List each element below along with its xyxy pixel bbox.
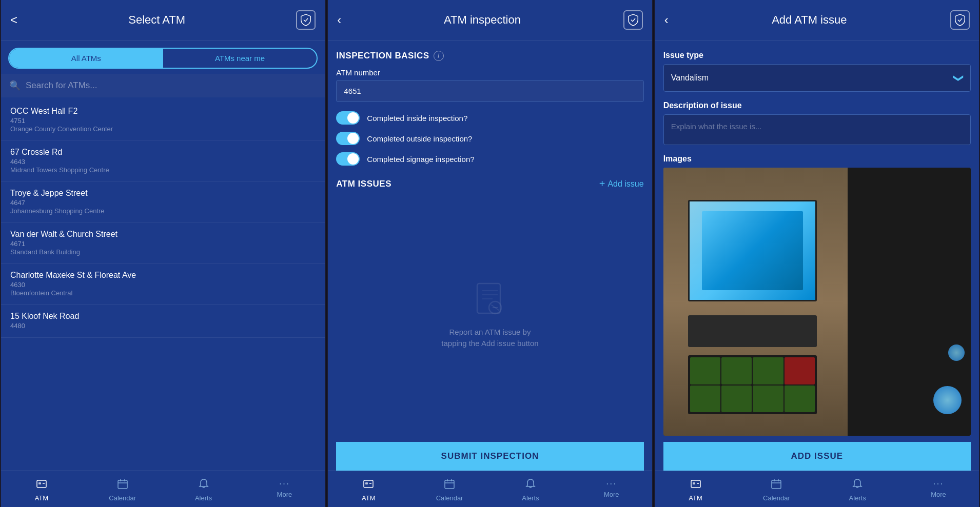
atm-name: 67 Crossle Rd [10,148,316,157]
add-issue-label: Add issue [607,179,643,189]
atm-nav-icon [690,478,701,493]
svg-rect-23 [772,480,781,489]
issue-type-value: Vandalism [671,73,709,83]
svg-rect-14 [365,482,368,484]
screen3-bottom-nav: ATM Calendar Alerts ·· [655,471,979,507]
nav-item-calendar[interactable]: Calendar [736,475,817,505]
tab-all-atms[interactable]: All ATMs [9,49,163,68]
atm-location: Midrand Towers Shopping Centre [10,166,316,174]
atm-image-bg [663,168,971,436]
toggle-outside-switch[interactable] [336,132,360,145]
svg-rect-21 [693,482,695,484]
info-icon[interactable]: i [434,51,444,61]
screen2-title: ATM inspection [341,13,623,27]
svg-rect-3 [118,480,127,489]
atm-code: 4630 [10,281,316,289]
plus-icon: + [599,178,605,190]
screen2-bottom-nav: ATM Calendar Alerts ·· [328,471,652,507]
atm-number-label: ATM number [336,68,643,77]
list-item[interactable]: Van der Walt & Church Street 4671 Standa… [1,222,325,263]
inspection-basics-header: INSPECTION BASICS i [336,51,643,61]
list-item[interactable]: 67 Crossle Rd 4643 Midrand Towers Shoppi… [1,140,325,181]
atm-name: Troye & Jeppe Street [10,189,316,198]
blue-orb-large [933,386,962,414]
screen2-atm-inspection: ‹ ATM inspection INSPECTION BASICS i ATM… [328,0,652,507]
nav-item-alerts[interactable]: Alerts [163,475,244,505]
inspection-basics-title: INSPECTION BASICS [336,51,429,61]
calendar-nav-icon [117,478,128,493]
screen1-logo [296,10,316,30]
search-icon: 🔍 [9,80,21,91]
nav-item-more[interactable]: ··· More [898,475,979,505]
screen3-body: Issue type Vandalism ❯ Description of is… [655,40,979,471]
alerts-nav-icon [198,478,209,493]
add-issue-action-button[interactable]: ADD ISSUE [663,442,971,471]
nav-item-atm[interactable]: ATM [328,475,409,505]
atm-list: OCC West Hall F2 4751 Orange County Conv… [1,99,325,471]
nav-item-more[interactable]: ··· More [571,475,652,505]
shield-icon [628,14,639,26]
shield-icon [954,14,966,26]
atm-code: 4751 [10,117,316,125]
nav-label-atm: ATM [35,494,48,502]
nav-label-more: More [604,491,619,498]
screen3-add-issue: ‹ Add ATM issue Issue type Vandalism ❯ D… [655,0,979,507]
toggle-inside-switch[interactable] [336,111,360,125]
more-nav-icon: ··· [606,478,617,489]
issue-type-label: Issue type [663,51,971,60]
search-bar[interactable]: 🔍 Search for ATMs... [1,74,325,97]
screen2-logo [623,10,643,30]
atm-location: Orange County Convention Center [10,125,316,133]
nav-item-alerts[interactable]: Alerts [490,475,571,505]
nav-label-alerts: Alerts [522,494,539,502]
atm-code: 4647 [10,199,316,207]
submit-inspection-button[interactable]: SUBMIT INSPECTION [336,442,643,471]
atm-name: 15 Kloof Nek Road [10,312,316,321]
list-item[interactable]: OCC West Hall F2 4751 Orange County Conv… [1,99,325,140]
toggle-inside-label: Completed inside inspection? [367,114,467,123]
tab-atms-near-me[interactable]: ATMs near me [163,49,317,68]
nav-item-more[interactable]: ··· More [244,475,325,505]
svg-rect-16 [445,480,454,489]
nav-item-calendar[interactable]: Calendar [82,475,163,505]
nav-label-more: More [931,491,946,498]
screen1-title: Select ATM [17,13,296,27]
atm-name: Charlotte Maxeke St & Floreat Ave [10,271,316,280]
screen1-header: < Select ATM [1,0,325,40]
calendar-nav-icon [771,478,782,493]
screen3-back-button[interactable]: ‹ [664,13,669,27]
nav-label-alerts: Alerts [849,494,866,502]
nav-label-calendar: Calendar [109,494,136,502]
atm-number-field[interactable]: 4651 [336,80,643,102]
toggle-signage-label: Completed signage inspection? [367,155,474,164]
description-field[interactable]: Explain what the issue is... [663,114,971,145]
svg-rect-20 [691,480,700,488]
blue-orb-small [948,344,965,361]
atm-location: Standard Bank Building [10,248,316,256]
list-item[interactable]: 15 Kloof Nek Road 4480 [1,305,325,338]
add-issue-button[interactable]: + Add issue [599,178,644,190]
more-nav-icon: ··· [279,478,290,489]
atm-code: 4643 [10,158,316,166]
screen2-back-button[interactable]: ‹ [337,13,341,27]
screen1-body: All ATMs ATMs near me 🔍 Search for ATMs.… [1,40,325,471]
list-item[interactable]: Charlotte Maxeke St & Floreat Ave 4630 B… [1,263,325,305]
alerts-nav-icon [525,478,536,493]
images-label: Images [663,154,971,164]
screen1-back-button[interactable]: < [10,13,17,27]
list-item[interactable]: Troye & Jeppe Street 4647 Johannesburg S… [1,181,325,222]
atm-nav-icon [363,478,374,493]
nav-item-atm[interactable]: ATM [1,475,82,505]
nav-label-alerts: Alerts [195,494,212,502]
nav-label-atm: ATM [689,494,702,502]
chevron-down-icon: ❯ [952,74,965,83]
nav-item-alerts[interactable]: Alerts [817,475,898,505]
svg-rect-0 [37,480,46,488]
atm-name: Van der Walt & Church Street [10,230,316,239]
issue-type-dropdown[interactable]: Vandalism ❯ [663,64,971,92]
nav-item-atm[interactable]: ATM [655,475,736,505]
empty-state-text: Report an ATM issue by tapping the Add i… [441,327,538,350]
nav-item-calendar[interactable]: Calendar [409,475,490,505]
toggle-signage-switch[interactable] [336,152,360,166]
atm-image[interactable] [663,168,971,436]
